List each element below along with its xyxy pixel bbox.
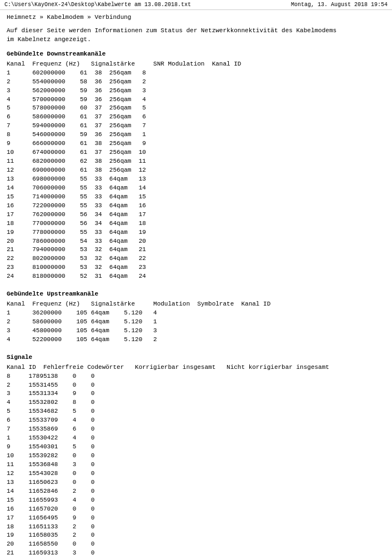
downstream-title: Gebündelte Downstreamkanäle [7, 50, 385, 59]
signals-title: Signale [7, 353, 385, 362]
breadcrumb: Heimnetz » Kabelmodem » Verbindung [7, 13, 385, 22]
main-content: Heimnetz » Kabelmodem » Verbindung Auf d… [0, 10, 392, 555]
signals-table: Kanal ID Fehlerfreie Codewörter Korrigie… [7, 363, 385, 555]
top-bar: C:\Users\KayOneX-24\Desktop\Kabelwerte a… [0, 0, 392, 10]
downstream-table: Kanal Frequenz (Hz) Signalstärke SNR Mod… [7, 60, 385, 281]
file-path: C:\Users\KayOneX-24\Desktop\Kabelwerte a… [4, 2, 191, 8]
description: Auf dieser Seite werden Informationen zu… [7, 27, 385, 44]
description-line2: im Kabelnetz angezeigt. [7, 36, 385, 44]
upstream-title: Gebündelte Upstreamkanäle [7, 290, 385, 299]
date-time: Montag, 13. August 2018 19:54 [291, 2, 388, 8]
page: C:\Users\KayOneX-24\Desktop\Kabelwerte a… [0, 0, 392, 555]
upstream-table: Kanal Frequenz (Hz) Signalstärke Modulat… [7, 300, 385, 344]
description-line1: Auf dieser Seite werden Informationen zu… [7, 27, 385, 36]
